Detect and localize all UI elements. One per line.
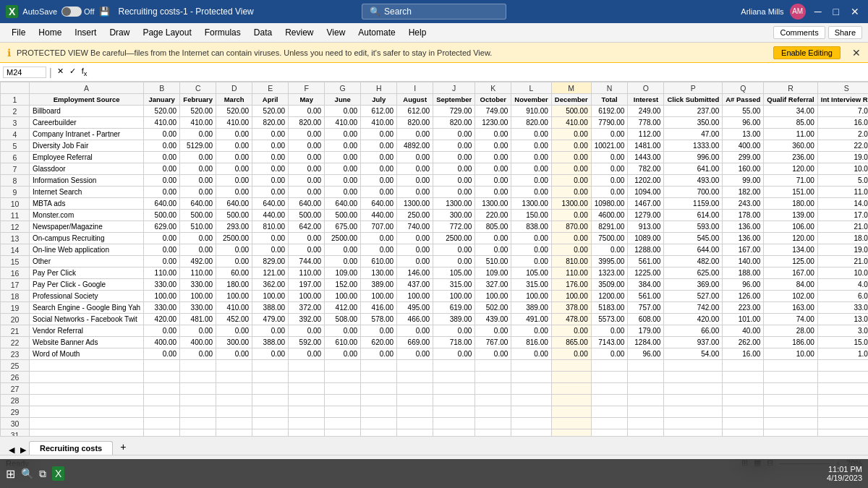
cell-512[interactable]: 642.00 xyxy=(289,221,325,233)
cell-1416[interactable]: 1225.00 xyxy=(628,267,664,279)
cell-117[interactable]: 0.00 xyxy=(511,163,551,175)
cell-1322[interactable]: 7143.00 xyxy=(591,337,628,348)
cell-421[interactable]: 0.00 xyxy=(252,325,289,337)
cell-314[interactable]: 0.00 xyxy=(216,244,252,256)
cell-18[interactable]: 0.00 xyxy=(144,175,180,187)
cell-816[interactable]: 146.00 xyxy=(397,267,433,279)
cell-1820[interactable]: 13.00 xyxy=(817,314,868,325)
empty-cell-31-1[interactable] xyxy=(144,429,180,437)
cell-102[interactable]: 749.00 xyxy=(475,106,511,117)
empty-cell-26-0[interactable] xyxy=(30,372,144,383)
cell-97[interactable]: 0.00 xyxy=(433,163,475,175)
cell-a7[interactable]: Glassdoor xyxy=(30,163,144,175)
cell-1010[interactable]: 1300.00 xyxy=(475,198,511,210)
share-button[interactable]: Share xyxy=(828,26,862,39)
empty-cell-30-18[interactable] xyxy=(817,418,868,429)
cell-1421[interactable]: 179.00 xyxy=(628,325,664,337)
empty-cell-27-13[interactable] xyxy=(591,383,628,395)
empty-cell-26-10[interactable] xyxy=(475,372,511,383)
cell-65[interactable]: 0.00 xyxy=(325,140,361,152)
cell-719[interactable]: 416.00 xyxy=(361,302,397,314)
cell-a17[interactable]: Pay Per Click - Google xyxy=(30,279,144,291)
cell-173[interactable]: 85.00 xyxy=(764,117,817,129)
cell-1317[interactable]: 3509.00 xyxy=(591,279,628,291)
header-cell-11[interactable]: November xyxy=(511,94,551,106)
cell-38[interactable]: 0.00 xyxy=(216,175,252,187)
cell-617[interactable]: 152.00 xyxy=(325,279,361,291)
empty-cell-27-11[interactable] xyxy=(511,383,551,395)
cell-1522[interactable]: 937.00 xyxy=(664,337,723,348)
cell-318[interactable]: 100.00 xyxy=(216,291,252,302)
cell-216[interactable]: 110.00 xyxy=(180,267,216,279)
banner-close-icon[interactable]: ✕ xyxy=(852,47,861,59)
cell-66[interactable]: 0.00 xyxy=(325,152,361,163)
cell-513[interactable]: 0.00 xyxy=(289,233,325,244)
cell-1121[interactable]: 0.00 xyxy=(511,325,551,337)
cell-95[interactable]: 0.00 xyxy=(433,140,475,152)
menu-item-insert[interactable]: Insert xyxy=(69,25,102,40)
cell-818[interactable]: 100.00 xyxy=(397,291,433,302)
empty-cell-29-15[interactable] xyxy=(664,406,723,418)
cell-423[interactable]: 0.00 xyxy=(252,348,289,360)
cell-1619[interactable]: 223.00 xyxy=(723,302,764,314)
cell-34[interactable]: 0.00 xyxy=(216,129,252,140)
minimize-icon[interactable]: ─ xyxy=(812,6,825,17)
cell-94[interactable]: 0.00 xyxy=(433,129,475,140)
empty-cell-29-16[interactable] xyxy=(723,406,764,418)
cell-146[interactable]: 1443.00 xyxy=(628,152,664,163)
cell-116[interactable]: 0.00 xyxy=(511,152,551,163)
cell-108[interactable]: 0.00 xyxy=(475,175,511,187)
cell-128[interactable]: 0.00 xyxy=(551,175,591,187)
cell-1715[interactable]: 125.00 xyxy=(764,256,817,267)
cell-124[interactable]: 0.00 xyxy=(551,129,591,140)
cell-1015[interactable]: 510.00 xyxy=(475,256,511,267)
cell-316[interactable]: 60.00 xyxy=(216,267,252,279)
cell-315[interactable]: 0.00 xyxy=(216,256,252,267)
cell-514[interactable]: 0.00 xyxy=(289,244,325,256)
cell-118[interactable]: 0.00 xyxy=(511,175,551,187)
col-header-f[interactable]: F xyxy=(289,82,325,94)
cell-321[interactable]: 0.00 xyxy=(216,325,252,337)
cell-1723[interactable]: 10.00 xyxy=(764,348,817,360)
cell-a23[interactable]: Word of Mouth xyxy=(30,348,144,360)
cell-167[interactable]: 160.00 xyxy=(723,163,764,175)
cell-115[interactable]: 0.00 xyxy=(144,256,180,267)
cell-186[interactable]: 19.00 xyxy=(817,152,868,163)
cell-822[interactable]: 669.00 xyxy=(397,337,433,348)
cell-1713[interactable]: 120.00 xyxy=(764,233,817,244)
cell-1515[interactable]: 482.00 xyxy=(664,256,723,267)
cell-914[interactable]: 0.00 xyxy=(433,244,475,256)
cell-109[interactable]: 0.00 xyxy=(475,187,511,198)
empty-cell-28-16[interactable] xyxy=(723,395,764,406)
cell-153[interactable]: 350.00 xyxy=(664,117,723,129)
empty-cell-25-12[interactable] xyxy=(551,360,591,372)
cell-220[interactable]: 481.00 xyxy=(180,314,216,325)
cell-16[interactable]: 0.00 xyxy=(144,152,180,163)
cell-1014[interactable]: 0.00 xyxy=(475,244,511,256)
cell-814[interactable]: 0.00 xyxy=(397,244,433,256)
cell-1614[interactable]: 167.00 xyxy=(723,244,764,256)
menu-item-page layout[interactable]: Page Layout xyxy=(137,25,197,40)
cell-810[interactable]: 1300.00 xyxy=(397,198,433,210)
cell-84[interactable]: 0.00 xyxy=(397,129,433,140)
cell-123[interactable]: 410.00 xyxy=(551,117,591,129)
search-taskbar-icon[interactable]: 🔍 xyxy=(21,468,33,479)
empty-cell-28-10[interactable] xyxy=(475,395,511,406)
cell-92[interactable]: 729.00 xyxy=(433,106,475,117)
cell-912[interactable]: 772.00 xyxy=(433,221,475,233)
cell-69[interactable]: 0.00 xyxy=(325,187,361,198)
header-cell-16[interactable]: A# Passed xyxy=(723,94,764,106)
cell-218[interactable]: 100.00 xyxy=(180,291,216,302)
cell-621[interactable]: 0.00 xyxy=(325,325,361,337)
cell-1220[interactable]: 478.00 xyxy=(551,314,591,325)
cell-138[interactable]: 0.00 xyxy=(591,175,628,187)
cell-156[interactable]: 996.00 xyxy=(664,152,723,163)
cell-1821[interactable]: 3.00 xyxy=(817,325,868,337)
empty-cell-31-9[interactable] xyxy=(433,429,475,437)
cell-114[interactable]: 0.00 xyxy=(144,244,180,256)
cell-1211[interactable]: 0.00 xyxy=(551,210,591,221)
cell-1022[interactable]: 767.00 xyxy=(475,337,511,348)
cell-27[interactable]: 0.00 xyxy=(180,163,216,175)
cell-1013[interactable]: 0.00 xyxy=(475,233,511,244)
empty-cell-27-9[interactable] xyxy=(433,383,475,395)
